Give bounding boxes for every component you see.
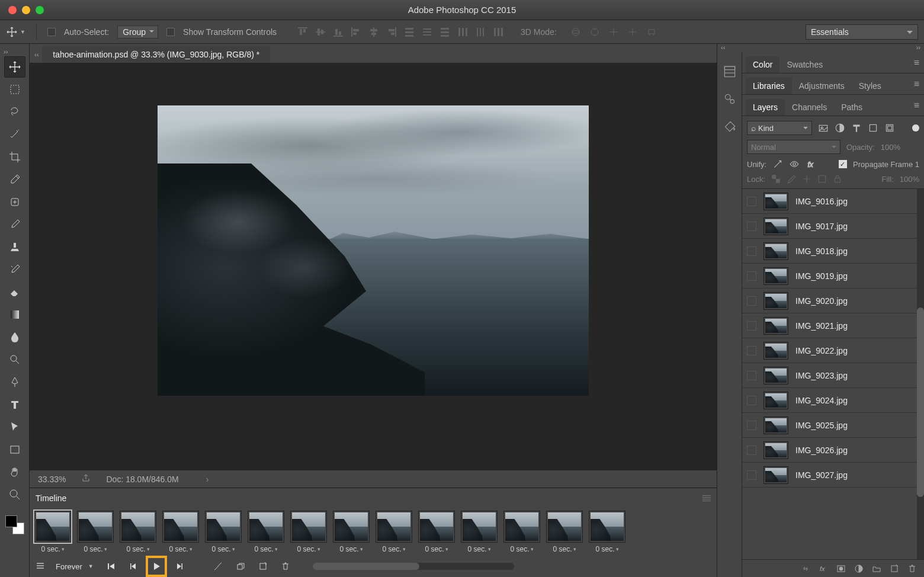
layer-style-icon[interactable]: fx xyxy=(819,564,828,573)
layer-thumbnail[interactable] xyxy=(763,392,788,409)
auto-select-mode-dropdown[interactable]: Group xyxy=(117,25,158,39)
layer-name[interactable]: IMG_9025.jpg xyxy=(795,421,848,430)
panel-menu-icon[interactable]: ≡ xyxy=(914,57,919,68)
status-flyout-icon[interactable]: › xyxy=(206,475,209,484)
timeline-frame[interactable]: 50 sec.▾ xyxy=(205,511,242,553)
link-layers-icon[interactable] xyxy=(801,564,810,573)
timeline-frame[interactable]: 90 sec.▾ xyxy=(376,511,412,553)
tween-button[interactable] xyxy=(211,559,225,573)
lock-image-icon[interactable] xyxy=(787,174,796,184)
layer-row[interactable]: IMG_9016.jpg xyxy=(742,189,917,214)
unify-position-icon[interactable] xyxy=(772,159,783,169)
adjustment-layer-icon[interactable] xyxy=(854,564,864,573)
align-left-icon[interactable] xyxy=(350,26,362,38)
frame-delay-dropdown[interactable]: 0 sec.▾ xyxy=(254,545,277,553)
align-bottom-icon[interactable] xyxy=(332,26,344,38)
type-tool[interactable] xyxy=(4,394,25,415)
delete-frame-button[interactable] xyxy=(278,559,293,573)
timeline-frame[interactable]: 100 sec.▾ xyxy=(418,511,455,553)
unify-style-icon[interactable]: fx xyxy=(806,159,816,169)
eraser-tool[interactable] xyxy=(4,281,25,303)
filter-smartobject-icon[interactable] xyxy=(884,123,895,133)
share-icon[interactable] xyxy=(81,473,91,485)
new-frame-button[interactable] xyxy=(256,559,270,573)
layer-mask-icon[interactable] xyxy=(836,564,846,573)
crop-tool[interactable] xyxy=(4,146,25,168)
marquee-tool[interactable] xyxy=(4,79,25,100)
panel-tab-styles[interactable]: Styles xyxy=(852,78,888,94)
show-transform-checkbox[interactable] xyxy=(166,28,175,36)
layer-thumbnail[interactable] xyxy=(763,317,788,335)
layer-name[interactable]: IMG_9017.jpg xyxy=(795,222,848,231)
3d-slide-icon[interactable] xyxy=(627,26,639,38)
layer-visibility-toggle[interactable] xyxy=(747,271,756,281)
layer-name[interactable]: IMG_9026.jpg xyxy=(795,445,848,455)
layer-row[interactable]: IMG_9018.jpg xyxy=(742,239,917,264)
lock-transparency-icon[interactable] xyxy=(771,174,781,184)
timeline-frame[interactable]: 80 sec.▾ xyxy=(333,511,370,553)
eyedropper-tool[interactable] xyxy=(4,169,25,190)
layer-name[interactable]: IMG_9016.jpg xyxy=(795,197,848,206)
3d-roll-icon[interactable] xyxy=(589,26,601,38)
frame-delay-dropdown[interactable]: 0 sec.▾ xyxy=(595,545,618,553)
gradient-tool[interactable] xyxy=(4,304,25,325)
filter-toggle-switch[interactable] xyxy=(912,124,919,132)
3d-pan-icon[interactable] xyxy=(608,26,620,38)
timeline-frame[interactable]: 60 sec.▾ xyxy=(248,511,284,553)
lock-position-icon[interactable] xyxy=(802,174,811,184)
document-tab[interactable]: tahoe-animation.psd @ 33.3% (IMG_9030.jp… xyxy=(42,46,270,63)
layer-thumbnail[interactable] xyxy=(763,466,788,484)
frame-delay-dropdown[interactable]: 0 sec.▾ xyxy=(211,545,235,553)
window-maximize-button[interactable] xyxy=(36,6,44,14)
layer-visibility-toggle[interactable] xyxy=(747,197,756,206)
layer-thumbnail[interactable] xyxy=(763,416,788,434)
timeline-frame[interactable]: 140 sec.▾ xyxy=(589,511,625,553)
timeline-frame[interactable]: 130 sec.▾ xyxy=(546,511,583,553)
layer-thumbnail[interactable] xyxy=(763,367,788,384)
layer-thumbnail[interactable] xyxy=(763,441,788,459)
3d-orbit-icon[interactable] xyxy=(570,26,582,38)
healing-brush-tool[interactable] xyxy=(4,191,25,213)
distribute-left-icon[interactable] xyxy=(457,26,469,38)
zoom-level[interactable]: 33.33% xyxy=(38,475,66,484)
distribute-top-icon[interactable] xyxy=(403,26,415,38)
move-tool[interactable] xyxy=(4,56,25,78)
distribute-right-icon[interactable] xyxy=(492,26,504,38)
layer-row[interactable]: IMG_9024.jpg xyxy=(742,388,917,413)
layer-name[interactable]: IMG_9024.jpg xyxy=(795,396,848,405)
layer-row[interactable]: IMG_9023.jpg xyxy=(742,363,917,388)
layer-visibility-toggle[interactable] xyxy=(747,371,756,380)
layer-row[interactable]: IMG_9019.jpg xyxy=(742,264,917,288)
layer-row[interactable]: IMG_9026.jpg xyxy=(742,438,917,463)
lock-all-icon[interactable] xyxy=(833,174,842,184)
duplicate-frame-button[interactable] xyxy=(233,559,248,573)
panel-tab-libraries[interactable]: Libraries xyxy=(746,78,792,94)
distribute-vcenter-icon[interactable] xyxy=(421,26,433,38)
panel-expand-toggle[interactable]: ‹‹ xyxy=(34,51,38,58)
blur-tool[interactable] xyxy=(4,326,25,348)
window-minimize-button[interactable] xyxy=(22,6,30,14)
layer-name[interactable]: IMG_9021.jpg xyxy=(795,321,848,331)
frame-delay-dropdown[interactable]: 0 sec.▾ xyxy=(297,545,320,553)
layers-scrollbar[interactable] xyxy=(917,189,924,559)
loop-mode-dropdown[interactable]: Forever▼ xyxy=(53,561,96,572)
timeline-options-icon[interactable] xyxy=(36,561,45,572)
auto-select-checkbox[interactable] xyxy=(47,28,56,36)
layer-thumbnail[interactable] xyxy=(763,267,788,285)
brush-tool[interactable] xyxy=(4,214,25,235)
lasso-tool[interactable] xyxy=(4,101,25,123)
collapsed-dock-toggle[interactable]: ‹‹ xyxy=(721,44,725,52)
layers-list[interactable]: IMG_9016.jpgIMG_9017.jpgIMG_9018.jpgIMG_… xyxy=(742,189,917,559)
layer-name[interactable]: IMG_9020.jpg xyxy=(795,296,848,306)
window-close-button[interactable] xyxy=(8,6,17,14)
layer-name[interactable]: IMG_9023.jpg xyxy=(795,371,848,380)
color-swatches[interactable] xyxy=(5,515,24,534)
doc-size-info[interactable]: Doc: 18.0M/846.0M xyxy=(106,475,178,484)
layer-name[interactable]: IMG_9022.jpg xyxy=(795,346,848,355)
frame-delay-dropdown[interactable]: 0 sec.▾ xyxy=(553,545,576,553)
layer-visibility-toggle[interactable] xyxy=(747,421,756,430)
frame-delay-dropdown[interactable]: 0 sec.▾ xyxy=(126,545,149,553)
unify-visibility-icon[interactable] xyxy=(789,159,800,169)
align-right-icon[interactable] xyxy=(386,26,397,38)
timeline-frame[interactable]: 70 sec.▾ xyxy=(290,511,327,553)
